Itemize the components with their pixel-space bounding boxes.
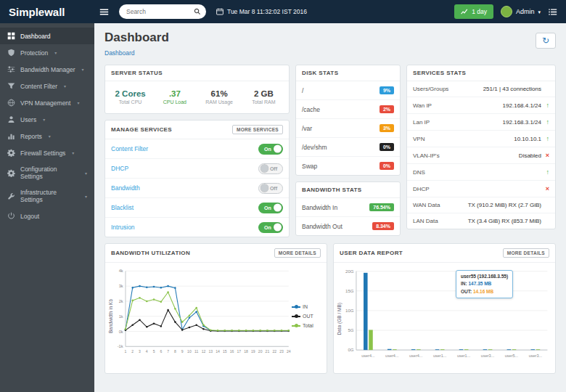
datetime-text: Tue Mar 8 11:32:02 IST 2016: [227, 8, 307, 15]
app-logo: Simplewall: [0, 6, 94, 18]
sidebar-item-bandwidth-manager[interactable]: Bandwidth Manager ▾: [0, 61, 94, 78]
svg-text:4: 4: [146, 349, 148, 354]
disk-usage-badge: 0%: [380, 143, 394, 151]
services-stats-row: DHCP ×: [407, 181, 555, 197]
card-title: BANDWIDTH UTILIZATION: [111, 250, 190, 256]
sidebar-item-configuration-settings[interactable]: Configuration Settings ▾: [0, 161, 94, 184]
chevron-down-icon: ▾: [43, 117, 45, 122]
toggle-knob: [261, 165, 268, 173]
service-link[interactable]: Blacklist: [111, 204, 134, 211]
time-range-button[interactable]: 1 day: [454, 4, 493, 19]
main-content: Dashboard Dashboard ↻ SERVER STATUS 2 Co…: [94, 23, 566, 392]
svg-text:3: 3: [139, 349, 141, 354]
search-icon[interactable]: [194, 8, 201, 15]
breadcrumb[interactable]: Dashboard: [104, 49, 135, 57]
intrusion-toggle[interactable]: On: [258, 222, 283, 233]
blacklist-toggle[interactable]: On: [258, 203, 283, 213]
svg-text:9: 9: [181, 349, 184, 354]
chevron-down-icon: ▾: [85, 171, 87, 176]
svg-text:user1...: user1...: [433, 354, 447, 358]
user-menu[interactable]: Admin ▾: [501, 6, 541, 17]
svg-text:14: 14: [216, 349, 220, 354]
service-row-dhcp: DHCP Off: [105, 159, 289, 179]
power-icon: [7, 212, 15, 220]
sidebar-item-content-filter[interactable]: Content Filter ▾: [0, 78, 94, 94]
sidebar-item-vpn-management[interactable]: VPN Management ▾: [0, 94, 94, 111]
svg-text:0G: 0G: [348, 347, 353, 352]
service-link[interactable]: Bandwidth: [111, 184, 140, 192]
toggle-knob: [274, 224, 282, 232]
chart-legend: IN OUT Total: [292, 302, 324, 330]
svg-text:22: 22: [272, 349, 276, 354]
gear-icon: [7, 149, 15, 157]
services-stats-row: DNS ↑: [407, 164, 555, 181]
toggle-knob: [274, 204, 282, 212]
disk-row: Swap 0%: [296, 157, 400, 175]
sidebar-item-dashboard[interactable]: Dashboard: [0, 28, 94, 44]
more-services-button[interactable]: MORE SERVICES: [232, 125, 283, 134]
user-data-report-card: USER DATA REPORT MORE DETAILS Data (GB /…: [333, 243, 556, 374]
panel-toggle-icon[interactable]: [548, 7, 557, 17]
bandwidth-toggle[interactable]: Off: [258, 183, 283, 194]
chevron-down-icon: ▾: [82, 67, 84, 72]
sidebar-item-protection[interactable]: Protection ▾: [0, 44, 94, 61]
svg-text:5: 5: [153, 349, 155, 354]
sidebar-item-users[interactable]: Users ▾: [0, 111, 94, 128]
service-link[interactable]: Intrusion: [111, 224, 135, 231]
bandwidth-row: Bandwidth Out 8.34%: [296, 217, 400, 235]
services-stats-row: Wan IP 192.168.4.1/24 ↑: [407, 97, 555, 114]
card-title: BANDWIDTH STATS: [302, 187, 362, 193]
legend-item-in: IN: [292, 304, 324, 309]
legend-item-total: Total: [292, 323, 324, 328]
sidebar-item-infrastructure-settings[interactable]: Infrastructure Settings ▾: [0, 184, 94, 208]
bandwidth-row: Bandwidth In 76.54%: [296, 198, 400, 217]
service-link[interactable]: Content Filter: [111, 145, 148, 152]
svg-text:12: 12: [202, 349, 206, 354]
chevron-down-icon: ▾: [54, 50, 57, 55]
stat-ram-usage: 61% RAM Usage: [197, 89, 242, 105]
disk-row: / 9%: [296, 81, 400, 100]
card-title: USER DATA REPORT: [340, 250, 403, 256]
svg-text:10G: 10G: [345, 308, 354, 313]
topbar: Simplewall Tue Mar 8 11:32:02 IST 2016 1…: [0, 0, 566, 23]
manage-services-card: MANAGE SERVICES MORE SERVICES Content Fi…: [104, 120, 290, 237]
svg-text:6: 6: [160, 349, 162, 354]
svg-text:2k: 2k: [119, 299, 123, 303]
content-filter-toggle[interactable]: On: [258, 144, 283, 155]
status-up-icon: ↑: [541, 135, 549, 142]
services-stats-row: Users/Groups 251/1 | 43 connections: [407, 81, 555, 97]
svg-text:23: 23: [279, 349, 284, 354]
svg-text:user1...: user1...: [457, 354, 471, 358]
refresh-button[interactable]: ↻: [536, 33, 556, 49]
calendar-icon: [216, 8, 223, 15]
dhcp-toggle[interactable]: Off: [258, 163, 283, 174]
service-link[interactable]: DHCP: [111, 165, 128, 172]
legend-item-out: OUT: [292, 314, 324, 319]
search-input[interactable]: [126, 8, 194, 15]
series-IN: [125, 285, 290, 332]
bandwidth-stats-card: BANDWIDTH STATS Bandwidth In 76.54% Band…: [295, 181, 401, 236]
sidebar-item-logout[interactable]: Logout: [0, 208, 94, 224]
user-data-report-chart: 0G5G10G15G20Guser4...user4...user4...use…: [342, 266, 552, 371]
sidebar-item-firewall-settings[interactable]: Firewall Settings ▾: [0, 144, 94, 161]
stat-total-cpu: 2 Cores Total CPU: [108, 89, 152, 105]
svg-text:13: 13: [208, 349, 213, 354]
toggle-knob: [261, 184, 268, 192]
svg-text:7: 7: [167, 349, 169, 354]
globe-icon: [7, 99, 15, 107]
services-stats-row: VPN 10.10.10.1 ↑: [407, 131, 555, 147]
more-details-button[interactable]: MORE DETAILS: [274, 248, 321, 258]
svg-text:user3...: user3...: [481, 354, 495, 358]
stat-total-ram: 2 GB Total RAM: [242, 89, 286, 105]
hamburger-menu-icon[interactable]: [94, 7, 113, 17]
svg-text:0k: 0k: [119, 330, 123, 334]
svg-text:user3...: user3...: [529, 354, 543, 358]
svg-text:8: 8: [174, 349, 176, 354]
bandwidth-utilization-card: BANDWIDTH UTILIZATION MORE DETAILS Bandw…: [104, 243, 327, 374]
sidebar-item-reports[interactable]: Reports ▾: [0, 128, 94, 144]
svg-text:-1k: -1k: [118, 344, 123, 348]
user-menu-label: Admin: [516, 8, 535, 15]
svg-text:11: 11: [194, 349, 198, 354]
svg-text:15G: 15G: [345, 288, 354, 293]
more-details-button[interactable]: MORE DETAILS: [503, 248, 549, 258]
